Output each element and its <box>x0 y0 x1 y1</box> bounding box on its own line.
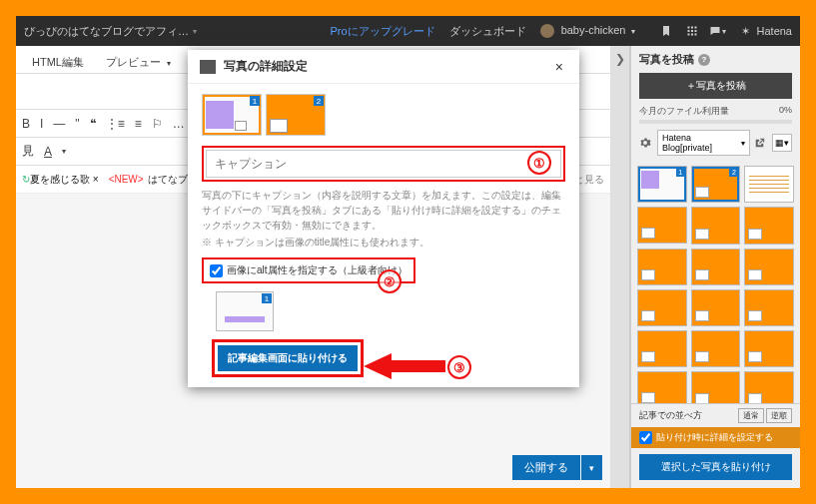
grid-photo[interactable] <box>637 371 687 403</box>
comment-icon[interactable]: ▾ <box>709 22 727 40</box>
apps-icon[interactable] <box>683 22 701 40</box>
tool-italic[interactable]: I <box>40 117 43 131</box>
user-caret-icon: ▾ <box>631 27 635 36</box>
blog-select[interactable]: Hatena Blog[private] ▾ <box>657 130 750 156</box>
pro-upgrade-link[interactable]: Proにアップグレード <box>330 24 434 39</box>
grid-photo[interactable] <box>691 207 741 244</box>
avatar-icon <box>540 24 554 38</box>
svg-rect-3 <box>687 30 689 32</box>
grid-photo[interactable] <box>637 330 687 367</box>
svg-rect-4 <box>691 30 693 32</box>
sidebar-title: 写真を投稿 <box>639 52 694 67</box>
dashboard-link[interactable]: ダッシュボード <box>449 24 526 39</box>
tool-quote[interactable]: " <box>75 117 79 131</box>
detail-label: 貼り付け時に詳細を設定する <box>656 431 773 444</box>
grid-photo[interactable] <box>691 249 741 285</box>
blog-select-caret-icon: ▾ <box>741 139 745 148</box>
svg-rect-5 <box>694 30 696 32</box>
photo-grid: 1 2 <box>631 162 800 403</box>
brand-label[interactable]: Hatena <box>757 25 792 37</box>
suggestion-new-tag: <NEW> <box>109 174 144 185</box>
alt-label[interactable]: 画像にalt属性を指定する（上級者向け） <box>227 263 408 277</box>
usage-row: 今月のファイル利用量 0% <box>631 105 800 118</box>
tool-align[interactable]: ≡ <box>135 117 142 131</box>
tool-flag[interactable]: ⚐ <box>152 117 163 131</box>
usage-bar <box>639 120 792 124</box>
tab-html-edit[interactable]: HTML編集 <box>22 51 94 73</box>
order-normal[interactable]: 通常 <box>738 408 764 423</box>
sidebar: 写真を投稿 ? ＋写真を投稿 今月のファイル利用量 0% Hatena Blog… <box>630 46 800 488</box>
retweet-icon: ↻ <box>22 174 30 185</box>
paste-selected-button[interactable]: 選択した写真を貼り付け <box>639 454 792 480</box>
detail-checkbox[interactable] <box>639 431 652 444</box>
photo-icon <box>200 60 216 74</box>
caption-input[interactable] <box>206 150 561 178</box>
grid-photo[interactable] <box>744 371 794 403</box>
hatena-logo-icon[interactable]: ✶ <box>737 22 755 40</box>
grid-photo[interactable] <box>744 166 794 203</box>
grid-mode-button[interactable]: ▦▾ <box>772 134 792 152</box>
grid-photo[interactable] <box>744 330 794 367</box>
grid-photo[interactable] <box>637 249 687 285</box>
photo-detail-modal: 写真の詳細設定 × 1 2 写真の下にキャプション（内容を説明する文章）を加えま… <box>188 50 579 387</box>
publish-bar: 公開する ▾ <box>512 455 602 480</box>
app-window: ぴっぴのはてなブログでアフィ… ▾ Proにアップグレード ダッシュボード ba… <box>16 16 800 488</box>
thumb-row: 1 2 <box>202 94 565 136</box>
usage-percent: 0% <box>779 105 792 118</box>
tool-bold[interactable]: B <box>22 117 30 131</box>
modal-thumb[interactable]: 2 <box>266 94 326 136</box>
grid-photo[interactable] <box>691 371 741 403</box>
grid-photo[interactable] <box>744 207 794 244</box>
tool-font-color[interactable]: A <box>44 145 52 159</box>
tool-heading[interactable]: 見 <box>22 143 34 160</box>
grid-photo[interactable] <box>637 289 687 326</box>
grid-photo[interactable] <box>744 249 794 285</box>
tool-blockquote[interactable]: ❝ <box>90 117 96 131</box>
close-icon[interactable]: × <box>551 59 567 75</box>
modal-body: 1 2 写真の下にキャプション（内容を説明する文章）を加えます。この設定は、編集… <box>188 84 579 387</box>
gear-icon[interactable] <box>639 137 653 149</box>
tool-strike[interactable]: — <box>53 117 65 131</box>
svg-rect-7 <box>691 34 693 36</box>
bookmark-icon[interactable] <box>657 22 675 40</box>
insert-highlight: 記事編集画面に貼り付ける <box>212 339 364 377</box>
grid-photo[interactable]: 2 <box>691 166 741 203</box>
insert-button[interactable]: 記事編集画面に貼り付ける <box>218 345 358 371</box>
grid-photo[interactable] <box>637 207 687 244</box>
grid-photo[interactable] <box>744 289 794 326</box>
publish-button[interactable]: 公開する <box>512 455 580 480</box>
order-row: 記事での並べ方 通常 逆順 <box>631 403 800 427</box>
caption-highlight <box>202 146 565 182</box>
modal-thumb[interactable]: 1 <box>202 94 262 136</box>
grid-photo[interactable] <box>691 330 741 367</box>
grid-photo[interactable]: 1 <box>637 166 687 203</box>
detail-on-paste-row[interactable]: 貼り付け時に詳細を設定する <box>631 427 800 448</box>
suggestion-old[interactable]: 夏を感じる歌 × <box>30 173 99 187</box>
help-icon[interactable]: ? <box>698 54 710 66</box>
svg-rect-2 <box>694 27 696 29</box>
order-reverse[interactable]: 逆順 <box>766 408 792 423</box>
user-name: baby-chicken <box>561 24 626 36</box>
tab-preview[interactable]: プレビュー ▾ <box>96 51 181 73</box>
blog-name[interactable]: ぴっぴのはてなブログでアフィ… <box>24 24 189 39</box>
upload-photo-button[interactable]: ＋写真を投稿 <box>639 73 792 99</box>
tool-more[interactable]: … <box>173 117 185 131</box>
publish-caret-button[interactable]: ▾ <box>581 455 602 480</box>
user-menu[interactable]: baby-chicken ▾ <box>540 24 635 38</box>
svg-rect-8 <box>694 34 696 36</box>
alt-highlight: 画像にalt属性を指定する（上級者向け） <box>202 257 415 283</box>
alt-checkbox[interactable] <box>210 264 223 277</box>
alt-thumb[interactable]: 1 <box>216 291 274 331</box>
topbar: ぴっぴのはてなブログでアフィ… ▾ Proにアップグレード ダッシュボード ba… <box>16 16 800 46</box>
modal-title: 写真の詳細設定 <box>224 58 308 75</box>
external-link-icon[interactable] <box>754 138 768 149</box>
tool-color-caret-icon[interactable]: ▾ <box>62 147 66 156</box>
tool-list[interactable]: ⋮≡ <box>106 117 125 131</box>
sidebar-wrapper: ❯ 写真を投稿 ? ＋写真を投稿 今月のファイル利用量 0% Ha <box>610 46 800 488</box>
svg-rect-6 <box>687 34 689 36</box>
grid-photo[interactable] <box>691 289 741 326</box>
order-label: 記事での並べ方 <box>639 409 702 422</box>
usage-label: 今月のファイル利用量 <box>639 105 729 118</box>
sidebar-collapse-handle[interactable]: ❯ <box>610 46 630 488</box>
blog-caret-icon[interactable]: ▾ <box>193 27 197 36</box>
